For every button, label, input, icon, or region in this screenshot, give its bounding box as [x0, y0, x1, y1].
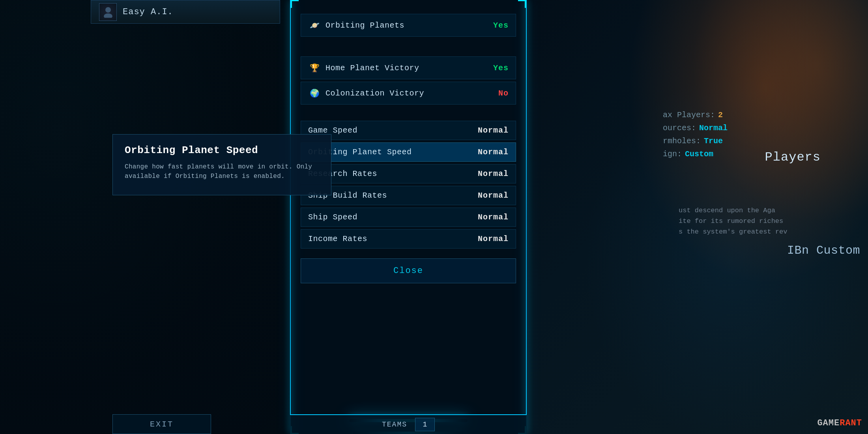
ship-speed-label: Ship Speed — [308, 213, 357, 222]
home-planet-victory-label: Home Planet Victory — [326, 64, 419, 73]
max-players-row: ax Players: 2 — [663, 110, 860, 120]
orbiting-planets-icon: 🪐 — [308, 19, 321, 32]
orbiting-planet-speed-value: Normal — [478, 148, 509, 157]
setting-row-game-speed[interactable]: Game Speed Normal — [301, 121, 516, 140]
research-rates-value: Normal — [478, 169, 509, 178]
game-speed-label: Game Speed — [308, 126, 357, 135]
design-row: ign: Custom — [663, 150, 860, 159]
ibn-custom-label: IBn Custom — [787, 244, 860, 257]
game-speed-value: Normal — [478, 126, 509, 135]
setting-row-ship-speed[interactable]: Ship Speed Normal — [301, 208, 516, 227]
ai-avatar — [99, 3, 117, 21]
right-sidebar: Players ax Players: 2 ources: Normal rmh… — [525, 0, 868, 434]
orbiting-planets-label: Orbiting Planets — [326, 21, 404, 30]
max-players-label: ax Players: — [663, 110, 715, 120]
teams-value: 1 — [423, 421, 427, 428]
teams-value-box[interactable]: 1 — [415, 418, 435, 431]
setting-row-left: Ship Speed — [308, 213, 357, 222]
setting-row-research-rates[interactable]: Research Rates Normal — [301, 164, 516, 183]
setting-row-ship-build-rates[interactable]: Ship Build Rates Normal — [301, 186, 516, 205]
section-gap-1 — [301, 107, 516, 121]
colonization-victory-icon: 🌍 — [308, 87, 321, 99]
tooltip-title: Orbiting Planet Speed — [125, 144, 319, 156]
top-spacer — [301, 8, 516, 14]
tooltip-description: Change how fast planets will move in orb… — [125, 162, 319, 181]
home-planet-victory-value: Yes — [493, 64, 509, 73]
teams-label: TEAMS — [382, 421, 407, 428]
gamerant-rant: RANT — [840, 418, 862, 428]
settings-panel: 🪐 Orbiting Planets Yes 🏆 Home Planet Vic… — [290, 0, 527, 434]
gamerant-logo: GAME RANT — [817, 418, 862, 428]
setting-row-left: 🏆 Home Planet Victory — [308, 62, 419, 74]
setting-row-left: Income Rates — [308, 234, 367, 243]
resources-label: ources: — [663, 123, 696, 133]
setting-row-home-planet-victory[interactable]: 🏆 Home Planet Victory Yes — [301, 56, 516, 79]
gamerant-game: GAME — [817, 418, 840, 428]
design-value: Custom — [685, 150, 713, 159]
settings-panel-inner: 🪐 Orbiting Planets Yes 🏆 Home Planet Vic… — [291, 0, 526, 434]
colonization-victory-label: Colonization Victory — [326, 89, 424, 98]
ai-label: Easy A.I. — [123, 7, 173, 17]
income-rates-label: Income Rates — [308, 234, 367, 243]
svg-point-1 — [104, 13, 112, 18]
orbiting-planets-value: Yes — [493, 21, 509, 30]
setting-row-left: 🪐 Orbiting Planets — [308, 19, 404, 32]
close-button[interactable]: Close — [301, 258, 516, 283]
teams-bar: TEAMS 1 — [290, 414, 527, 434]
resources-row: ources: Normal — [663, 123, 860, 133]
exit-button[interactable]: EXIT — [112, 414, 211, 434]
wormholes-value: True — [704, 137, 723, 146]
setting-row-left: Game Speed — [308, 126, 357, 135]
setting-row-colonization-victory[interactable]: 🌍 Colonization Victory No — [301, 82, 516, 105]
setting-row-left: 🌍 Colonization Victory — [308, 87, 424, 99]
income-rates-value: Normal — [478, 234, 509, 243]
tooltip-box: Orbiting Planet Speed Change how fast pl… — [112, 134, 331, 195]
max-players-value: 2 — [718, 110, 723, 120]
right-description: ust descend upon the Aga ite for its rum… — [679, 205, 860, 238]
ship-build-rates-value: Normal — [478, 191, 509, 200]
right-info-panel: ax Players: 2 ources: Normal rmholes: Tr… — [663, 110, 860, 163]
close-button-label: Close — [393, 266, 423, 276]
design-label: ign: — [663, 150, 682, 159]
setting-row-orbiting-planets[interactable]: 🪐 Orbiting Planets Yes — [301, 14, 516, 37]
wormholes-label: rmholes: — [663, 137, 701, 146]
colonization-victory-value: No — [498, 89, 509, 98]
desc-line-3: s the system's greatest rev — [679, 226, 860, 237]
resources-value: Normal — [699, 123, 728, 133]
desc-line-1: ust descend upon the Aga — [679, 205, 860, 216]
ai-player-bar: Easy A.I. — [91, 0, 280, 24]
svg-point-0 — [105, 7, 111, 13]
setting-row-orbiting-planet-speed[interactable]: Orbiting Planet Speed Normal — [301, 142, 516, 162]
setting-row-income-rates[interactable]: Income Rates Normal — [301, 229, 516, 249]
wormholes-row: rmholes: True — [663, 137, 860, 146]
dark-overlay — [0, 0, 290, 434]
corner-decoration-tl — [291, 0, 299, 8]
exit-button-label: EXIT — [150, 420, 174, 429]
home-planet-victory-icon: 🏆 — [308, 62, 321, 74]
desc-line-2: ite for its rumored riches — [679, 216, 860, 226]
ship-speed-value: Normal — [478, 213, 509, 222]
